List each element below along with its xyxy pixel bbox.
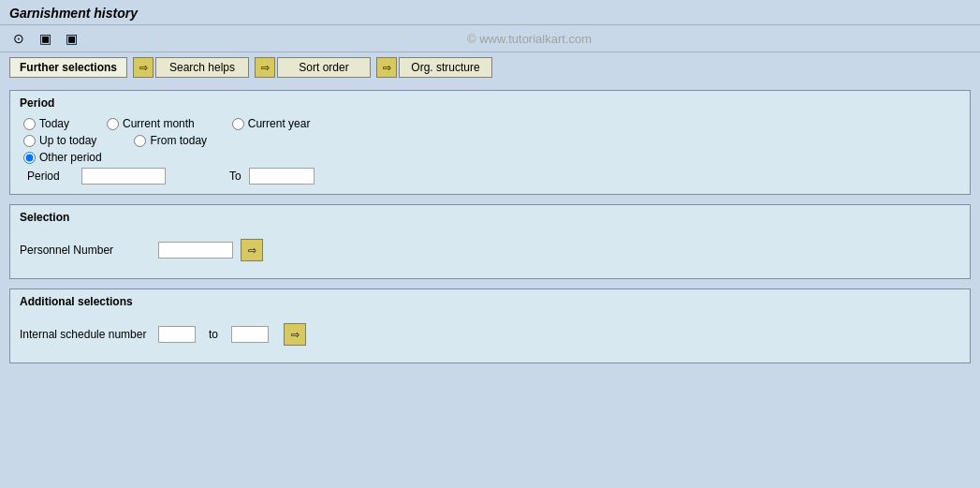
additional-section-title: Additional selections xyxy=(20,295,960,308)
local-save-icon[interactable]: ▣ xyxy=(62,29,80,48)
selection-inner: Personnel Number ⇨ xyxy=(20,231,960,269)
radio-from-today-label: From today xyxy=(150,134,207,147)
tab-search-helps[interactable]: Search helps xyxy=(155,57,249,78)
watermark-text: © www.tutorialkart.com xyxy=(88,32,971,46)
radio-other-period[interactable]: Other period xyxy=(23,151,102,164)
period-label: Period xyxy=(27,170,74,183)
radio-from-today-input[interactable] xyxy=(134,135,146,147)
radio-current-month[interactable]: Current month xyxy=(107,117,195,130)
internal-schedule-label: Internal schedule number xyxy=(20,328,151,341)
tab-further-selections[interactable]: Further selections xyxy=(9,57,127,78)
period-section-title: Period xyxy=(20,96,960,110)
radio-current-year[interactable]: Current year xyxy=(232,117,311,130)
tab-group-search: Search helps xyxy=(155,57,249,78)
radio-current-month-label: Current month xyxy=(123,117,195,130)
additional-inner: Internal schedule number to ⇨ xyxy=(20,316,960,353)
personnel-number-row: Personnel Number ⇨ xyxy=(20,235,960,265)
personnel-number-input[interactable] xyxy=(158,242,233,259)
internal-schedule-row: Internal schedule number to ⇨ xyxy=(20,319,960,349)
radio-row-2: Up to today From today xyxy=(20,134,960,147)
save-icon[interactable]: ▣ xyxy=(36,29,54,48)
radio-row-1: Today Current month Current year xyxy=(20,117,960,130)
main-content: Period Today Current month Current year … xyxy=(0,82,980,380)
radio-today-label: Today xyxy=(39,117,69,130)
tab-arrow-3[interactable]: ⇨ xyxy=(376,57,397,78)
radio-current-month-input[interactable] xyxy=(107,118,119,130)
period-from-input[interactable] xyxy=(81,168,166,185)
personnel-number-label: Personnel Number xyxy=(20,244,151,257)
radio-today-input[interactable] xyxy=(23,118,36,130)
internal-schedule-to-label: to xyxy=(209,328,218,341)
toolbar: ⊙ ▣ ▣ © www.tutorialkart.com xyxy=(0,25,980,52)
page-title: Garnishment history xyxy=(9,6,971,21)
tab-arrow-2[interactable]: ⇨ xyxy=(255,57,275,78)
radio-current-year-input[interactable] xyxy=(232,118,244,130)
internal-schedule-to-input[interactable] xyxy=(231,326,269,343)
tab-group-org: Org. structure xyxy=(399,57,492,78)
radio-up-to-today-label: Up to today xyxy=(39,134,96,147)
period-input-row: Period To xyxy=(20,168,960,185)
radio-from-today[interactable]: From today xyxy=(134,134,207,147)
title-bar: Garnishment history xyxy=(0,0,980,25)
personnel-number-arrow-btn[interactable]: ⇨ xyxy=(241,239,263,261)
tab-arrow-1[interactable]: ⇨ xyxy=(133,57,154,78)
tab-group-further: Further selections xyxy=(9,57,127,78)
period-to-label: To xyxy=(229,170,241,183)
selection-section: Selection Personnel Number ⇨ xyxy=(9,204,971,279)
radio-current-year-label: Current year xyxy=(248,117,311,130)
period-to-input[interactable] xyxy=(249,168,314,185)
internal-schedule-arrow-btn[interactable]: ⇨ xyxy=(284,323,306,346)
radio-other-period-input[interactable] xyxy=(23,152,36,164)
tab-sort-order[interactable]: Sort order xyxy=(277,57,371,78)
period-section: Period Today Current month Current year … xyxy=(9,90,971,195)
back-icon[interactable]: ⊙ xyxy=(9,29,28,48)
radio-up-to-today-input[interactable] xyxy=(23,135,36,147)
additional-section: Additional selections Internal schedule … xyxy=(9,288,971,363)
radio-row-3: Other period xyxy=(20,151,960,164)
radio-other-period-label: Other period xyxy=(39,151,102,164)
internal-schedule-from-input[interactable] xyxy=(158,326,196,343)
selection-section-title: Selection xyxy=(20,211,960,224)
tabs-bar: Further selections ⇨ Search helps ⇨ Sort… xyxy=(0,52,980,82)
tab-org-structure[interactable]: Org. structure xyxy=(399,57,492,78)
tab-group-sort: Sort order xyxy=(277,57,371,78)
radio-up-to-today[interactable]: Up to today xyxy=(23,134,96,147)
radio-today[interactable]: Today xyxy=(23,117,69,130)
